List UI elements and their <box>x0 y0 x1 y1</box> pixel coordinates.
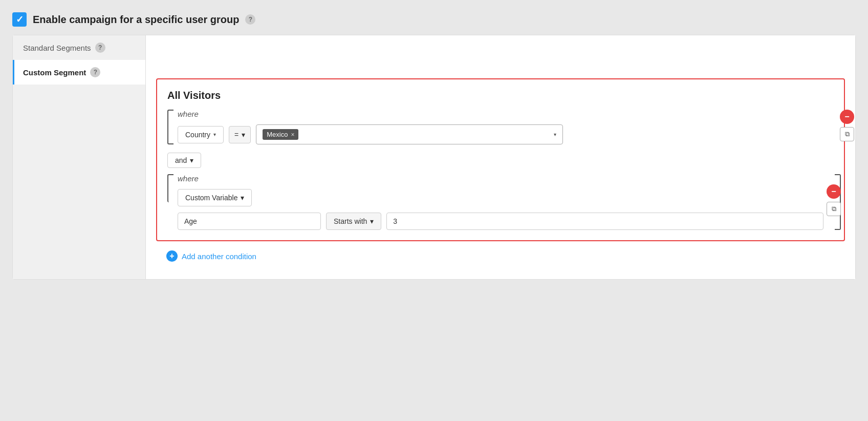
custom-variable-dropdown[interactable]: Custom Variable ▾ <box>178 189 252 206</box>
condition-2-actions: − ⧉ <box>827 184 841 216</box>
sidebar: Standard Segments ? Custom Segment ? <box>13 35 146 279</box>
remove-condition-1-button[interactable]: − <box>840 110 854 124</box>
segment-title: All Visitors <box>167 90 834 101</box>
starts-with-operator-dropdown[interactable]: Starts with ▾ <box>326 213 381 230</box>
copy-condition-1-button[interactable]: ⧉ <box>840 127 854 141</box>
copy-icon: ⧉ <box>845 130 850 138</box>
checkmark-icon: ✓ <box>16 15 24 24</box>
variable-name-input[interactable] <box>178 213 321 230</box>
custom-variable-arrow-icon: ▾ <box>241 194 244 202</box>
sidebar-item-standard-segments[interactable]: Standard Segments ? <box>13 35 145 60</box>
minus-icon: − <box>844 112 849 121</box>
header-row: ✓ Enable campaign for a specific user gr… <box>12 12 856 27</box>
top-content-area <box>156 46 845 76</box>
remove-condition-2-button[interactable]: − <box>827 184 841 199</box>
starts-with-arrow-icon: ▾ <box>370 217 374 225</box>
and-label: and <box>175 156 187 164</box>
custom-variable-label: Custom Variable <box>185 194 237 202</box>
add-condition-label: Add another condition <box>182 252 256 261</box>
minus-icon-2: − <box>831 187 836 196</box>
condition-2-input-row: Starts with ▾ <box>178 213 823 230</box>
and-operator-button[interactable]: and ▾ <box>167 153 201 168</box>
sidebar-item-custom-segment[interactable]: Custom Segment ? <box>13 60 145 85</box>
country-field-arrow-icon: ▾ <box>213 132 216 137</box>
segment-box: All Visitors where Country ▾ = ▾ <box>156 78 845 241</box>
where-label-2: where <box>178 174 823 183</box>
sidebar-item-label: Custom Segment <box>23 68 86 77</box>
custom-segment-help-icon[interactable]: ? <box>90 67 100 77</box>
main-container: Standard Segments ? Custom Segment ? All… <box>12 35 856 280</box>
equals-operator-label: = <box>234 131 238 139</box>
page-title: Enable campaign for a specific user grou… <box>33 14 239 26</box>
equals-arrow-icon: ▾ <box>242 131 245 139</box>
standard-segments-help-icon[interactable]: ? <box>95 43 105 53</box>
content-area: All Visitors where Country ▾ = ▾ <box>146 35 855 279</box>
bracket-left-1 <box>167 110 173 144</box>
enable-checkbox[interactable]: ✓ <box>12 12 27 27</box>
where-label-1: where <box>178 110 834 118</box>
and-connector: and ▾ <box>167 153 834 168</box>
copy-icon-2: ⧉ <box>832 205 836 213</box>
equals-operator-dropdown[interactable]: = ▾ <box>229 126 251 143</box>
header-help-icon[interactable]: ? <box>245 14 255 25</box>
custom-variable-row: Custom Variable ▾ <box>178 189 823 206</box>
country-field-dropdown[interactable]: Country ▾ <box>178 126 224 143</box>
condition-group-2: where Custom Variable ▾ Starts with ▾ <box>167 174 834 230</box>
mexico-tag-close-icon[interactable]: × <box>291 131 294 138</box>
and-arrow-icon: ▾ <box>190 156 193 164</box>
bracket-left-2 <box>167 174 173 202</box>
starts-with-value-input[interactable] <box>386 213 823 230</box>
mexico-tag: Mexico × <box>263 129 298 140</box>
copy-condition-2-button[interactable]: ⧉ <box>827 202 841 216</box>
condition-group-1: where Country ▾ = ▾ Mexic <box>167 110 834 144</box>
country-value-field[interactable]: Mexico × ▾ <box>256 124 563 144</box>
country-field-label: Country <box>185 131 210 139</box>
value-field-arrow-icon: ▾ <box>554 132 556 137</box>
add-condition-row[interactable]: + Add another condition <box>156 243 845 269</box>
sidebar-item-label: Standard Segments <box>23 44 91 52</box>
mexico-tag-value: Mexico <box>267 131 288 138</box>
add-condition-plus-icon: + <box>166 250 178 262</box>
condition-1-actions: − ⧉ <box>840 110 854 141</box>
condition-row-1: Country ▾ = ▾ Mexico × ▾ <box>178 124 834 144</box>
starts-with-label: Starts with <box>334 217 367 225</box>
